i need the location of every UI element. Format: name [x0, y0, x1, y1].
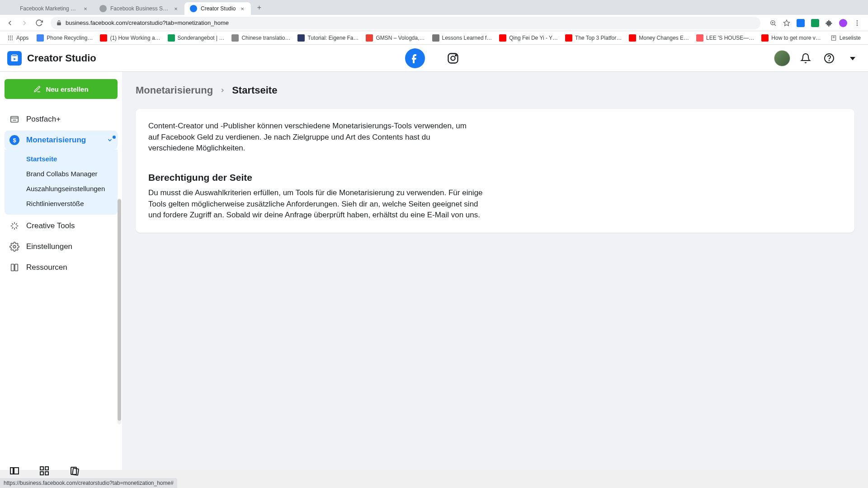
browser-tab[interactable]: Facebook Marketing & Werbe… ×: [4, 2, 94, 15]
inbox-icon: [9, 114, 20, 124]
subitem-policy-issues[interactable]: Richtlinienverstöße: [5, 196, 118, 211]
sidebar-item-inbox[interactable]: Postfach+: [5, 110, 118, 129]
bookmark-favicon: [696, 34, 703, 42]
bookmark-label: The Top 3 Platfor…: [575, 35, 622, 41]
reload-button[interactable]: [33, 17, 45, 29]
apps-button[interactable]: Apps: [4, 33, 32, 43]
profile-icon[interactable]: [839, 19, 847, 27]
breadcrumb-root[interactable]: Monetarisierung: [136, 84, 213, 96]
tab-title: Creator Studio: [201, 5, 236, 12]
svg-rect-34: [40, 467, 43, 470]
avatar[interactable]: [774, 50, 790, 66]
scrollbar[interactable]: [118, 198, 121, 424]
star-icon[interactable]: [783, 19, 790, 27]
section-title: Berechtigung der Seite: [148, 172, 842, 183]
bookmark-item[interactable]: GMSN – Vologda,…: [362, 33, 428, 43]
instagram-tab[interactable]: [443, 48, 463, 68]
notifications-icon[interactable]: [797, 50, 814, 66]
subitem-payout-settings[interactable]: Auszahlungseinstellungen: [5, 181, 118, 196]
svg-rect-30: [11, 264, 14, 271]
creator-studio-logo[interactable]: [7, 51, 22, 66]
bookmark-item[interactable]: Money Changes E…: [625, 33, 693, 43]
address-bar[interactable]: business.facebook.com/creatorstudio?tab=…: [51, 17, 760, 29]
subitem-home[interactable]: Startseite: [5, 151, 118, 166]
close-icon[interactable]: ×: [173, 5, 179, 12]
lock-icon: [56, 20, 62, 26]
bookmark-item[interactable]: Qing Fei De Yi - Y…: [495, 33, 561, 43]
breadcrumb-current: Startseite: [232, 84, 277, 96]
help-icon[interactable]: [821, 50, 837, 66]
svg-point-13: [12, 37, 13, 38]
library-icon[interactable]: [9, 465, 21, 477]
forward-button[interactable]: [18, 17, 31, 29]
sidebar-item-monetization[interactable]: $ Monetarisierung: [5, 131, 118, 150]
reading-list-button[interactable]: Leseliste: [827, 35, 864, 41]
bookmark-label: Sonderangebot | …: [178, 35, 225, 41]
sidebar-item-creative-tools[interactable]: Creative Tools: [5, 216, 118, 235]
card-icon[interactable]: [69, 465, 80, 477]
resources-icon: [9, 263, 20, 272]
app-title: Creator Studio: [27, 52, 96, 64]
sidebar-label: Ressourcen: [26, 263, 67, 272]
extensions-menu-icon[interactable]: [826, 19, 833, 27]
svg-rect-33: [14, 468, 19, 474]
new-tab-button[interactable]: +: [253, 1, 265, 14]
bookmark-item[interactable]: Phone Recycling…: [33, 33, 96, 43]
bookmark-item[interactable]: Lessons Learned f…: [429, 33, 496, 43]
bookmark-label: How to get more v…: [771, 35, 821, 41]
bookmark-favicon: [100, 34, 107, 42]
close-icon[interactable]: ×: [239, 5, 245, 12]
bookmark-label: Tutorial: Eigene Fa…: [307, 35, 359, 41]
facebook-tab[interactable]: [405, 48, 425, 68]
svg-rect-32: [10, 468, 13, 474]
sparkle-icon: [9, 221, 20, 231]
extension-icon[interactable]: [797, 19, 805, 27]
svg-point-9: [10, 35, 11, 36]
close-icon[interactable]: ×: [82, 5, 89, 12]
bookmark-item[interactable]: Sonderangebot | …: [164, 33, 228, 43]
platform-switcher: [405, 48, 463, 68]
zoom-icon[interactable]: [769, 19, 777, 27]
browser-tab[interactable]: Facebook Business Suite ×: [94, 2, 184, 15]
bookmark-favicon: [499, 34, 506, 42]
browser-tab-active[interactable]: Creator Studio ×: [184, 2, 251, 15]
menu-icon[interactable]: [854, 19, 861, 27]
sidebar-label: Creative Tools: [26, 221, 75, 230]
sidebar-submenu: Startseite Brand Collabs Manager Auszahl…: [5, 150, 118, 215]
account-menu-icon[interactable]: [844, 50, 861, 66]
bookmark-label: (1) How Working a…: [110, 35, 160, 41]
tab-favicon: [190, 5, 197, 12]
notification-dot: [113, 136, 116, 139]
create-button[interactable]: Neu erstellen: [5, 79, 118, 99]
bookmark-favicon: [761, 34, 769, 42]
sidebar-label: Postfach+: [26, 115, 61, 124]
sidebar-item-settings[interactable]: Einstellungen: [5, 237, 118, 256]
svg-rect-31: [15, 264, 18, 271]
bookmark-label: LEE 'S HOUSE—…: [706, 35, 754, 41]
grid-icon[interactable]: [39, 465, 51, 477]
back-button[interactable]: [4, 17, 16, 29]
bookmark-item[interactable]: Datenschutz – Re…: [825, 33, 826, 43]
sidebar-label: Monetarisierung: [26, 136, 86, 145]
address-bar-icons: [766, 19, 864, 27]
extension-icon[interactable]: [811, 19, 819, 27]
bookmark-item[interactable]: LEE 'S HOUSE—…: [693, 33, 758, 43]
subitem-brand-collabs[interactable]: Brand Collabs Manager: [5, 166, 118, 181]
bookmark-item[interactable]: How to get more v…: [758, 33, 824, 43]
bookmark-item[interactable]: (1) How Working a…: [96, 33, 164, 43]
bookmark-item[interactable]: Chinese translatio…: [228, 33, 294, 43]
sidebar-item-resources[interactable]: Ressourcen: [5, 258, 118, 277]
scrollbar-thumb[interactable]: [118, 199, 121, 421]
svg-line-3: [774, 24, 776, 25]
bookmark-favicon: [629, 34, 636, 42]
bookmark-label: GMSN – Vologda,…: [376, 35, 425, 41]
bookmark-item[interactable]: Tutorial: Eigene Fa…: [294, 33, 362, 43]
svg-rect-37: [45, 472, 48, 475]
bookmark-favicon: [565, 34, 572, 42]
bookmark-favicon: [366, 34, 373, 42]
bookmark-item[interactable]: The Top 3 Platfor…: [561, 33, 625, 43]
svg-point-5: [857, 20, 858, 22]
svg-point-6: [857, 22, 858, 23]
svg-point-24: [455, 55, 456, 56]
svg-point-7: [857, 24, 858, 26]
